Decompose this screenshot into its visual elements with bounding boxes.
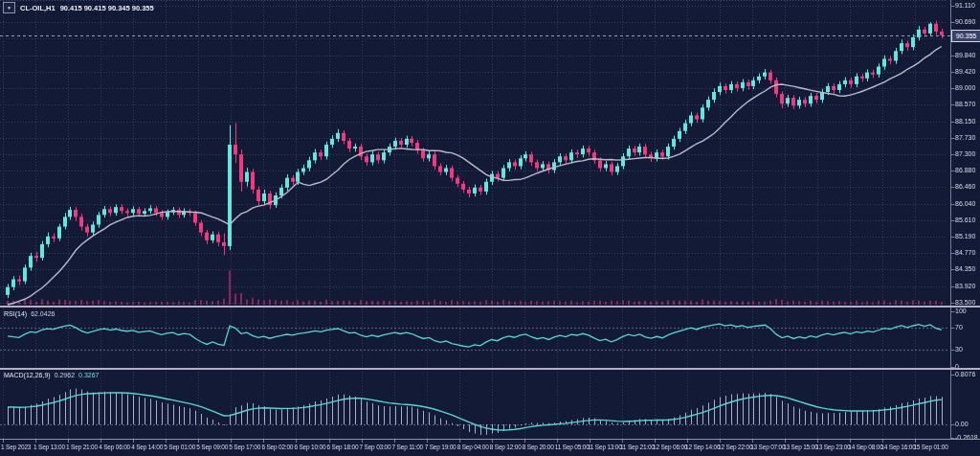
time-axis-label: 13 Sep 23:00	[815, 444, 850, 451]
time-axis-label: 5 Sep 01:00	[164, 444, 195, 451]
price-axis-label: 85.190	[955, 233, 975, 240]
time-axis-label: 12 Sep 14:00	[685, 444, 720, 451]
macd-axis-label: 0.8076	[955, 371, 975, 378]
triangle-down-icon: ▼	[7, 5, 11, 11]
time-axis-label: 12 Sep 22:00	[718, 444, 752, 451]
chart-window: ▼ CL-OIL,H1 90.415 90.415 90.345 90.355 …	[0, 0, 980, 456]
price-axis-label: 84.350	[955, 265, 975, 273]
macd-axis-label: -0.2618	[955, 434, 978, 442]
time-axis-label: 11 Sep 13:00	[588, 444, 622, 451]
time-axis-label: 8 Sep 12:00	[490, 444, 522, 451]
time-axis-label: 4 Sep 14:00	[131, 444, 163, 451]
rsi-axis-label: 70	[955, 324, 963, 331]
time-axis-label: 15 Sep 01:00	[913, 444, 947, 451]
time-axis-label: 1 Sep 21:00	[66, 444, 98, 451]
time-axis-label: 8 Sep 04:00	[457, 444, 489, 451]
macd-panel[interactable]	[0, 370, 950, 439]
price-axis-label: 87.730	[955, 134, 975, 142]
macd-indicator-label: MACD(12,26,9)0.29620.3267	[4, 372, 99, 379]
macd-main-value: 0.2962	[55, 372, 75, 378]
time-axis-line	[0, 439, 980, 440]
time-axis-label: 11 Sep 21:00	[620, 444, 655, 451]
chart-title-bar: ▼ CL-OIL,H1 90.415 90.415 90.345 90.355	[3, 2, 154, 13]
rsi-axis-label: 100	[955, 308, 967, 315]
price-axis-label: 89.420	[955, 68, 975, 76]
rsi-axis-label: 30	[955, 346, 963, 353]
time-axis-label: 7 Sep 11:00	[392, 444, 423, 451]
rsi-indicator-label: RSI(14)62.0426	[4, 310, 55, 318]
main-chart-panel[interactable]	[0, 0, 950, 306]
chart-symbol-period: CL-OIL,H1	[20, 4, 56, 12]
macd-name: MACD(12,26,9)	[4, 372, 51, 378]
time-axis-label: 5 Sep 09:00	[196, 444, 228, 451]
price-axis-label: 86.880	[955, 167, 975, 174]
time-axis-label: 14 Sep 08:00	[848, 444, 882, 451]
time-axis-label: 5 Sep 17:00	[229, 444, 260, 451]
chart-menu-button[interactable]: ▼	[3, 2, 15, 13]
price-axis-label: 85.610	[955, 217, 975, 224]
chart-ohlc-values: 90.415 90.415 90.345 90.355	[60, 4, 154, 12]
time-axis-label: 1 Sep 13:00	[33, 444, 65, 451]
price-axis-label: 86.040	[955, 200, 975, 208]
panel-divider-rsi[interactable]	[0, 306, 980, 308]
price-axis-label: 88.570	[955, 101, 975, 108]
time-axis-label: 6 Sep 10:00	[294, 444, 325, 451]
time-axis-label: 14 Sep 16:00	[880, 444, 915, 451]
rsi-value: 62.0426	[31, 310, 55, 317]
macd-axis-label: 0.00	[955, 421, 969, 428]
time-axis-label: 1 Sep 2023	[1, 444, 31, 451]
time-axis-label: 13 Sep 15:00	[783, 444, 817, 451]
price-axis-label: 89.840	[955, 52, 975, 59]
time-axis-label: 8 Sep 20:00	[523, 444, 554, 451]
time-axis-label: 12 Sep 06:00	[653, 444, 687, 451]
price-axis-label: 89.000	[955, 84, 975, 92]
price-axis-label: 91.110	[955, 2, 975, 10]
panel-divider-macd[interactable]	[0, 368, 980, 370]
time-axis-label: 7 Sep 19:00	[425, 444, 457, 451]
price-axis-label: 84.770	[955, 249, 975, 257]
current-price-tag: 90.355	[951, 30, 980, 42]
rsi-panel[interactable]	[0, 308, 950, 367]
rsi-name: RSI(14)	[4, 310, 27, 317]
time-axis-label: 7 Sep 03:00	[360, 444, 391, 451]
time-axis-label: 4 Sep 06:00	[99, 444, 130, 451]
price-axis-label: 83.920	[955, 283, 975, 290]
time-axis-label: 6 Sep 18:00	[327, 444, 359, 451]
price-axis-label: 86.460	[955, 183, 975, 191]
time-axis-label: 6 Sep 02:00	[261, 444, 293, 451]
time-axis-label: 13 Sep 07:00	[750, 444, 785, 451]
price-axis-label: 88.150	[955, 118, 975, 125]
time-axis-label: 11 Sep 05:00	[555, 444, 590, 451]
price-axis-label: 87.300	[955, 150, 975, 158]
macd-signal-value: 0.3267	[78, 372, 99, 378]
price-axis-label: 90.690	[955, 18, 975, 26]
